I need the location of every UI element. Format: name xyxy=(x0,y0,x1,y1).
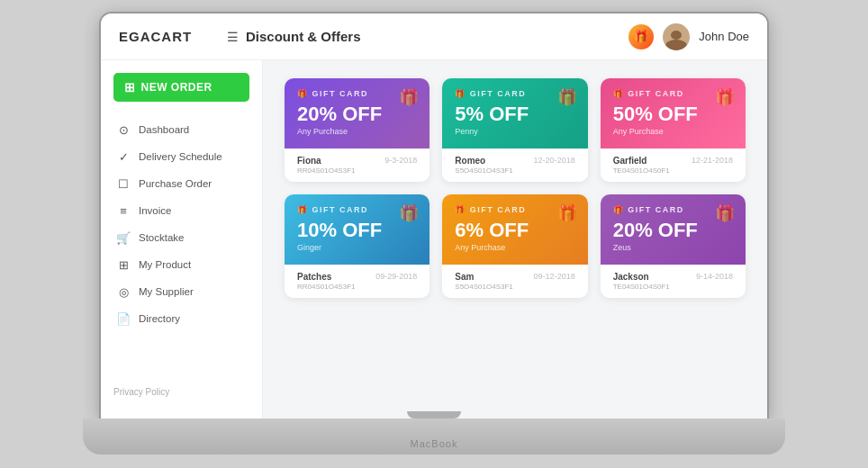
gc-info-left: Garfield TE04S01O4S0F1 xyxy=(613,156,670,175)
gc-info-left: Fiona RR04S01O4S3F1 xyxy=(297,156,355,175)
gift-box-icon: 🎁 xyxy=(399,203,419,223)
nav-icon-myproduct: ⊞ xyxy=(116,257,131,272)
notification-icon[interactable]: 🎁 xyxy=(628,24,654,50)
gc-info-right: 09-12-2018 xyxy=(534,272,575,281)
gc-code: RR04S01O4S3F1 xyxy=(297,166,355,175)
gc-code: TE04S01O4S0F1 xyxy=(613,166,670,175)
gift-subtitle: Any Purchase xyxy=(613,127,733,136)
gift-card[interactable]: 🎁 GIFT CARD 🎁 50% OFF Any Purchase Garfi… xyxy=(601,78,746,182)
nav-label-delivery: Delivery Schedule xyxy=(139,151,222,162)
gift-card-bottom: Patches RR04S01O4S3F1 09-29-2018 xyxy=(285,265,429,298)
app-logo: EGACART xyxy=(119,29,227,44)
plus-icon: ⊞ xyxy=(124,80,136,94)
gc-info-right: 9-14-2018 xyxy=(696,272,733,281)
sidebar-item-purchase[interactable]: ☐ Purchase Order xyxy=(101,170,262,197)
sidebar-item-invoice[interactable]: ≡ Invoice xyxy=(101,197,262,224)
gc-name: Patches xyxy=(297,272,355,282)
gc-info-left: Romeo S5O4S01O4S3F1 xyxy=(455,156,512,175)
page-title: Discount & Offers xyxy=(246,29,361,44)
gc-code: S5O4S01O4S3F1 xyxy=(455,283,512,291)
gift-card-top: 🎁 GIFT CARD 🎁 10% OFF Ginger xyxy=(285,194,429,265)
gc-info-right: 12-21-2018 xyxy=(692,156,733,165)
gift-card-bottom: Romeo S5O4S01O4S3F1 12-20-2018 xyxy=(442,148,587,182)
nav-icon-dashboard: ⊙ xyxy=(116,122,131,137)
privacy-policy-link[interactable]: Privacy Policy xyxy=(101,378,262,406)
gc-name: Jackson xyxy=(613,272,670,282)
gift-subtitle: Any Purchase xyxy=(455,243,574,252)
gc-date: 09-12-2018 xyxy=(534,272,575,281)
gift-box-icon: 🎁 xyxy=(715,203,735,223)
content-area: ⊞ NEW ORDER ⊙ Dashboard ✓ Delivery Sched… xyxy=(101,60,767,418)
nav-icon-directory: 📄 xyxy=(116,311,131,326)
gift-box-icon: 🎁 xyxy=(715,87,735,107)
nav-label-directory: Directory xyxy=(139,313,180,324)
nav-label-myproduct: My Product xyxy=(139,259,191,270)
gc-date: 12-21-2018 xyxy=(692,156,733,165)
gift-subtitle: Penny xyxy=(455,127,574,136)
gc-name: Fiona xyxy=(297,156,355,166)
nav-label-stocktake: Stocktake xyxy=(139,232,185,243)
gc-info-right: 12-20-2018 xyxy=(534,156,575,165)
gift-card[interactable]: 🎁 GIFT CARD 🎁 20% OFF Zeus Jackson TE04S… xyxy=(601,194,746,298)
main-content: 🎁 GIFT CARD 🎁 20% OFF Any Purchase Fiona… xyxy=(263,60,767,418)
new-order-button[interactable]: ⊞ NEW ORDER xyxy=(113,73,249,102)
nav-icon-delivery: ✓ xyxy=(116,149,131,164)
gc-code: S5O4S01O4S3F1 xyxy=(455,166,512,175)
sidebar-item-myproduct[interactable]: ⊞ My Product xyxy=(101,251,262,278)
gift-card-top: 🎁 GIFT CARD 🎁 50% OFF Any Purchase xyxy=(601,78,746,148)
gift-box-icon: 🎁 xyxy=(557,87,577,107)
gc-date: 12-20-2018 xyxy=(534,156,575,165)
gift-card[interactable]: 🎁 GIFT CARD 🎁 5% OFF Penny Romeo S5O4S01… xyxy=(442,78,587,182)
laptop-brand: MacBook xyxy=(411,438,458,449)
gift-card[interactable]: 🎁 GIFT CARD 🎁 10% OFF Ginger Patches RR0… xyxy=(285,194,429,298)
gc-info-left: Patches RR04S01O4S3F1 xyxy=(297,272,355,291)
gift-box-icon: 🎁 xyxy=(557,203,577,223)
gift-card-top: 🎁 GIFT CARD 🎁 5% OFF Penny xyxy=(442,78,587,148)
gift-card[interactable]: 🎁 GIFT CARD 🎁 6% OFF Any Purchase Sam S5… xyxy=(442,194,587,298)
gift-card[interactable]: 🎁 GIFT CARD 🎁 20% OFF Any Purchase Fiona… xyxy=(285,78,429,182)
sidebar-item-stocktake[interactable]: 🛒 Stocktake xyxy=(101,224,262,251)
gift-card-bottom: Fiona RR04S01O4S3F1 9-3-2018 xyxy=(285,148,429,182)
sidebar-item-dashboard[interactable]: ⊙ Dashboard xyxy=(101,116,262,143)
nav-icon-purchase: ☐ xyxy=(116,176,131,191)
laptop-base: MacBook xyxy=(83,418,785,454)
sidebar: ⊞ NEW ORDER ⊙ Dashboard ✓ Delivery Sched… xyxy=(101,60,263,418)
gc-code: RR04S01O4S3F1 xyxy=(297,283,355,291)
menu-icon[interactable]: ☰ xyxy=(227,30,239,44)
username: John Doe xyxy=(699,30,749,43)
sidebar-item-delivery[interactable]: ✓ Delivery Schedule xyxy=(101,143,262,170)
gift-card-bottom: Jackson TE04S01O4S0F1 9-14-2018 xyxy=(601,265,746,298)
nav-icon-mysupplier: ◎ xyxy=(116,284,131,299)
gc-info-right: 09-29-2018 xyxy=(375,272,417,281)
gc-date: 9-3-2018 xyxy=(384,156,417,165)
sidebar-item-mysupplier[interactable]: ◎ My Supplier xyxy=(101,278,262,305)
gift-subtitle: Zeus xyxy=(613,243,733,252)
gc-code: TE04S01O4S0F1 xyxy=(613,283,670,291)
gift-box-icon: 🎁 xyxy=(399,87,419,107)
cards-grid: 🎁 GIFT CARD 🎁 20% OFF Any Purchase Fiona… xyxy=(285,78,746,298)
nav-icon-invoice: ≡ xyxy=(116,203,131,218)
gift-card-top: 🎁 GIFT CARD 🎁 20% OFF Zeus xyxy=(601,194,746,265)
gc-name: Garfield xyxy=(613,156,670,166)
topbar-right: 🎁 John Doe xyxy=(628,23,749,50)
gift-subtitle: Ginger xyxy=(297,243,417,252)
nav-label-dashboard: Dashboard xyxy=(139,124,189,135)
avatar xyxy=(663,23,690,50)
gc-info-right: 9-3-2018 xyxy=(384,156,417,165)
gift-card-top: 🎁 GIFT CARD 🎁 6% OFF Any Purchase xyxy=(442,194,587,265)
gc-info-left: Sam S5O4S01O4S3F1 xyxy=(455,272,512,291)
sidebar-item-directory[interactable]: 📄 Directory xyxy=(101,305,262,332)
gc-name: Romeo xyxy=(455,156,512,166)
gc-date: 9-14-2018 xyxy=(696,272,733,281)
gc-name: Sam xyxy=(455,272,512,282)
nav-label-invoice: Invoice xyxy=(139,205,171,216)
gift-card-top: 🎁 GIFT CARD 🎁 20% OFF Any Purchase xyxy=(285,78,429,148)
topbar: EGACART ☰ Discount & Offers 🎁 John Doe xyxy=(101,14,767,60)
gc-info-left: Jackson TE04S01O4S0F1 xyxy=(613,272,670,291)
nav-label-mysupplier: My Supplier xyxy=(139,286,194,297)
gc-date: 09-29-2018 xyxy=(375,272,417,281)
nav-icon-stocktake: 🛒 xyxy=(116,230,131,245)
gift-subtitle: Any Purchase xyxy=(297,127,417,136)
gift-card-bottom: Sam S5O4S01O4S3F1 09-12-2018 xyxy=(442,265,587,298)
gift-card-bottom: Garfield TE04S01O4S0F1 12-21-2018 xyxy=(601,148,746,182)
